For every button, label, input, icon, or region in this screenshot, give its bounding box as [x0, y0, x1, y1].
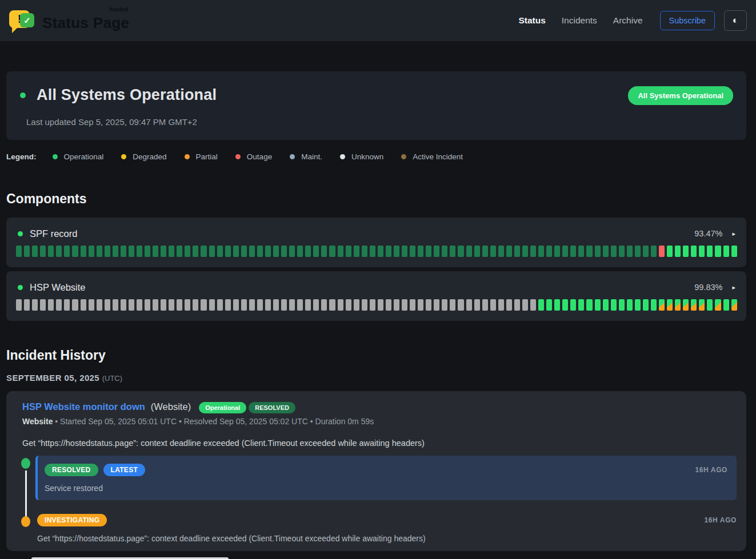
uptime-bar-operational_dim[interactable]: [105, 246, 110, 257]
uptime-bar-operational_dim[interactable]: [153, 246, 158, 257]
uptime-bar-operational_dim[interactable]: [522, 246, 528, 257]
uptime-bar-unknown[interactable]: [129, 299, 134, 311]
uptime-bar-unknown[interactable]: [121, 299, 126, 311]
uptime-bar-unknown[interactable]: [241, 299, 247, 311]
uptime-bar-unknown[interactable]: [354, 299, 359, 311]
uptime-bar-green[interactable]: [619, 299, 625, 311]
uptime-bar-partial[interactable]: [691, 299, 697, 311]
uptime-bar-partial[interactable]: [715, 299, 721, 311]
incident-title-link[interactable]: HSP Website monitor down: [22, 401, 145, 412]
uptime-bar-unknown[interactable]: [289, 299, 295, 311]
uptime-bar-green[interactable]: [635, 299, 641, 311]
uptime-bar-operational_dim[interactable]: [514, 246, 520, 257]
uptime-bar-operational_dim[interactable]: [48, 246, 54, 257]
uptime-bar-operational_dim[interactable]: [619, 246, 625, 257]
uptime-bar-operational_dim[interactable]: [56, 246, 62, 257]
uptime-bar-unknown[interactable]: [362, 299, 367, 311]
uptime-bar-operational_dim[interactable]: [233, 246, 239, 257]
subscribe-button[interactable]: Subscribe: [660, 11, 715, 30]
uptime-bar-unknown[interactable]: [394, 299, 399, 311]
uptime-bar-operational_dim[interactable]: [346, 246, 351, 257]
uptime-bar-green[interactable]: [731, 246, 737, 257]
uptime-bar-operational_dim[interactable]: [627, 246, 633, 257]
uptime-bar-operational_dim[interactable]: [129, 246, 134, 257]
uptime-bar-operational_dim[interactable]: [225, 246, 231, 257]
uptime-bar-operational_dim[interactable]: [329, 246, 335, 257]
uptime-bar-unknown[interactable]: [321, 299, 327, 311]
uptime-bar-operational_dim[interactable]: [538, 246, 544, 257]
uptime-bar-partial[interactable]: [731, 299, 737, 311]
uptime-bar-operational_dim[interactable]: [137, 246, 142, 257]
uptime-bar-green[interactable]: [627, 299, 633, 311]
uptime-bar-unknown[interactable]: [418, 299, 423, 311]
uptime-bar-green[interactable]: [707, 299, 713, 311]
uptime-bar-operational_dim[interactable]: [570, 246, 576, 257]
uptime-bar-operational_dim[interactable]: [378, 246, 383, 257]
uptime-bar-unknown[interactable]: [137, 299, 142, 311]
uptime-bar-operational_dim[interactable]: [434, 246, 439, 257]
uptime-bar-operational_dim[interactable]: [354, 246, 359, 257]
uptime-bar-operational_dim[interactable]: [554, 246, 560, 257]
uptime-bar-unknown[interactable]: [281, 299, 287, 311]
uptime-bar-unknown[interactable]: [113, 299, 118, 311]
uptime-bar-outage[interactable]: [659, 246, 665, 257]
uptime-bar-unknown[interactable]: [346, 299, 351, 311]
uptime-bar-unknown[interactable]: [466, 299, 472, 311]
uptime-bar-unknown[interactable]: [506, 299, 512, 311]
uptime-bar-unknown[interactable]: [185, 299, 190, 311]
uptime-bar-unknown[interactable]: [32, 299, 38, 311]
uptime-bar-operational_dim[interactable]: [313, 246, 319, 257]
uptime-bar-unknown[interactable]: [233, 299, 239, 311]
uptime-bar-operational_dim[interactable]: [603, 246, 609, 257]
uptime-bar-operational_dim[interactable]: [370, 246, 375, 257]
uptime-bar-operational_dim[interactable]: [72, 246, 78, 257]
uptime-bar-operational_dim[interactable]: [24, 246, 30, 257]
uptime-bar-unknown[interactable]: [338, 299, 343, 311]
uptime-bar-unknown[interactable]: [482, 299, 488, 311]
uptime-bar-unknown[interactable]: [522, 299, 528, 311]
uptime-bar-unknown[interactable]: [105, 299, 110, 311]
uptime-bar-operational_dim[interactable]: [217, 246, 223, 257]
uptime-bar-operational_dim[interactable]: [338, 246, 343, 257]
uptime-bar-green[interactable]: [667, 246, 673, 257]
uptime-bar-operational_dim[interactable]: [145, 246, 150, 257]
uptime-bar-operational_dim[interactable]: [249, 246, 255, 257]
uptime-bar-operational_dim[interactable]: [635, 246, 641, 257]
uptime-bar-operational_dim[interactable]: [121, 246, 126, 257]
nav-status[interactable]: Status: [518, 15, 545, 26]
uptime-bar-unknown[interactable]: [97, 299, 102, 311]
uptime-bar-operational_dim[interactable]: [193, 246, 198, 257]
uptime-bar-operational_dim[interactable]: [490, 246, 496, 257]
uptime-bar-operational_dim[interactable]: [209, 246, 215, 257]
uptime-bar-operational_dim[interactable]: [201, 246, 206, 257]
uptime-bar-unknown[interactable]: [265, 299, 271, 311]
uptime-bar-operational_dim[interactable]: [305, 246, 311, 257]
uptime-bar-partial[interactable]: [683, 299, 689, 311]
uptime-bar-operational_dim[interactable]: [418, 246, 423, 257]
uptime-bar-unknown[interactable]: [410, 299, 415, 311]
uptime-bar-unknown[interactable]: [201, 299, 206, 311]
uptime-bar-operational_dim[interactable]: [169, 246, 174, 257]
uptime-bar-operational_dim[interactable]: [362, 246, 367, 257]
uptime-bar-operational_dim[interactable]: [482, 246, 488, 257]
uptime-bar-operational_dim[interactable]: [281, 246, 287, 257]
uptime-bar-unknown[interactable]: [72, 299, 78, 311]
uptime-bar-unknown[interactable]: [177, 299, 182, 311]
uptime-bar-operational_dim[interactable]: [273, 246, 279, 257]
uptime-bar-green[interactable]: [715, 246, 721, 257]
uptime-bar-partial[interactable]: [667, 299, 673, 311]
uptime-bar-unknown[interactable]: [89, 299, 94, 311]
uptime-bar-unknown[interactable]: [257, 299, 263, 311]
uptime-bar-operational_dim[interactable]: [586, 246, 592, 257]
uptime-bar-operational_dim[interactable]: [651, 246, 657, 257]
brand-logo[interactable]: ! ✓ hosted Status Page: [9, 8, 129, 33]
uptime-bar-unknown[interactable]: [434, 299, 439, 311]
uptime-bar-operational_dim[interactable]: [321, 246, 327, 257]
uptime-bar-operational_dim[interactable]: [562, 246, 568, 257]
uptime-bar-operational_dim[interactable]: [643, 246, 649, 257]
uptime-bar-operational_dim[interactable]: [97, 246, 102, 257]
uptime-bar-unknown[interactable]: [474, 299, 480, 311]
uptime-bar-green[interactable]: [723, 299, 729, 311]
uptime-bar-operational_dim[interactable]: [257, 246, 263, 257]
uptime-bar-unknown[interactable]: [313, 299, 319, 311]
